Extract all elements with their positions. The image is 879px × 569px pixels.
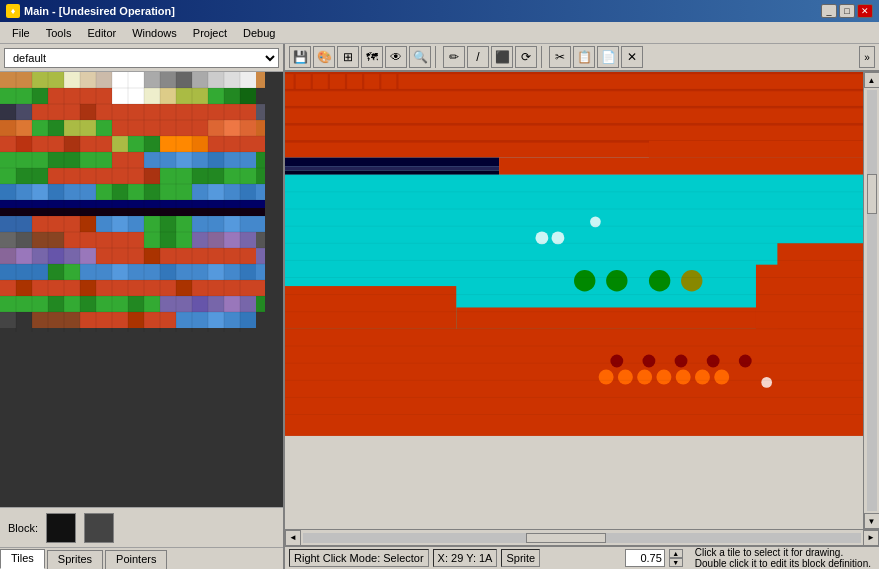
zoom-spinner[interactable]: ▲ ▼: [669, 549, 683, 567]
level-canvas[interactable]: [285, 72, 863, 529]
svg-rect-111: [224, 168, 240, 184]
svg-rect-5: [64, 72, 80, 88]
svg-rect-142: [144, 216, 160, 232]
zoom-input[interactable]: [625, 549, 665, 567]
close-button[interactable]: ✕: [857, 4, 873, 18]
svg-rect-41: [112, 104, 128, 120]
svg-rect-78: [160, 136, 176, 152]
vertical-scrollbar[interactable]: ▲ ▼: [863, 72, 879, 529]
svg-rect-293: [285, 286, 456, 329]
block-swatch-2[interactable]: [84, 513, 114, 543]
svg-rect-213: [240, 280, 256, 296]
menu-debug[interactable]: Debug: [235, 25, 283, 41]
menu-editor[interactable]: Editor: [79, 25, 124, 41]
toolbar-fill[interactable]: ⬛: [491, 46, 513, 68]
svg-rect-52: [16, 120, 32, 136]
toolbar-line[interactable]: /: [467, 46, 489, 68]
svg-rect-70: [32, 136, 48, 152]
toolbar-save[interactable]: 💾: [289, 46, 311, 68]
svg-rect-91: [176, 152, 192, 168]
svg-rect-296: [756, 265, 863, 329]
menu-bar: File Tools Editor Windows Project Debug: [0, 22, 879, 44]
svg-rect-119: [80, 184, 96, 200]
svg-rect-126: [192, 184, 208, 200]
svg-point-299: [649, 270, 670, 291]
svg-rect-157: [128, 232, 144, 248]
menu-windows[interactable]: Windows: [124, 25, 185, 41]
menu-project[interactable]: Project: [185, 25, 235, 41]
menu-tools[interactable]: Tools: [38, 25, 80, 41]
svg-rect-20: [48, 88, 64, 104]
svg-rect-160: [176, 232, 192, 248]
svg-rect-181: [240, 248, 256, 264]
svg-rect-55: [64, 120, 80, 136]
svg-rect-151: [16, 232, 32, 248]
svg-rect-275: [285, 89, 863, 91]
horizontal-scrollbar[interactable]: ◄ ►: [285, 529, 879, 545]
svg-rect-237: [160, 312, 176, 328]
svg-rect-227: [240, 296, 256, 312]
toolbar-view[interactable]: 👁: [385, 46, 407, 68]
scroll-down-button[interactable]: ▼: [864, 513, 880, 529]
svg-rect-195: [224, 264, 240, 280]
scroll-up-button[interactable]: ▲: [864, 72, 880, 88]
svg-rect-205: [112, 280, 128, 296]
toolbar-expand[interactable]: »: [859, 46, 875, 68]
svg-rect-58: [112, 120, 128, 136]
toolbar-paste[interactable]: 📄: [597, 46, 619, 68]
menu-file[interactable]: File: [4, 25, 38, 41]
svg-rect-146: [208, 216, 224, 232]
svg-rect-60: [144, 120, 160, 136]
svg-rect-73: [80, 136, 96, 152]
tileset-dropdown[interactable]: default: [4, 48, 279, 68]
svg-rect-65: [224, 120, 240, 136]
svg-rect-198: [0, 280, 16, 296]
v-scroll-thumb[interactable]: [867, 174, 877, 214]
toolbar-copy[interactable]: 📋: [573, 46, 595, 68]
svg-rect-166: [0, 248, 16, 264]
tab-sprites[interactable]: Sprites: [47, 550, 103, 569]
toolbar-map[interactable]: 🗺: [361, 46, 383, 68]
toolbar-paint[interactable]: 🎨: [313, 46, 335, 68]
svg-rect-159: [160, 232, 176, 248]
scroll-right-button[interactable]: ►: [863, 530, 879, 546]
h-scroll-thumb[interactable]: [526, 533, 606, 543]
block-swatch-1[interactable]: [46, 513, 76, 543]
svg-rect-2: [16, 72, 32, 88]
toolbar-grid[interactable]: ⊞: [337, 46, 359, 68]
toolbar-delete[interactable]: ✕: [621, 46, 643, 68]
svg-rect-167: [16, 248, 32, 264]
svg-rect-233: [96, 312, 112, 328]
maximize-button[interactable]: □: [839, 4, 855, 18]
minimize-button[interactable]: _: [821, 4, 837, 18]
toolbar-rotate[interactable]: ⟳: [515, 46, 537, 68]
scroll-left-button[interactable]: ◄: [285, 530, 301, 546]
svg-rect-25: [128, 88, 144, 104]
h-scroll-track[interactable]: [303, 533, 861, 543]
svg-rect-28: [176, 88, 192, 104]
svg-rect-15: [224, 72, 240, 88]
svg-rect-144: [176, 216, 192, 232]
tab-pointers[interactable]: Pointers: [105, 550, 167, 569]
right-panel: 💾 🎨 ⊞ 🗺 👁 🔍 ✏ / ⬛ ⟳ ✂ 📋 📄 ✕ »: [285, 44, 879, 569]
svg-rect-100: [48, 168, 64, 184]
svg-rect-26: [144, 88, 160, 104]
toolbar-zoom[interactable]: 🔍: [409, 46, 431, 68]
level-svg: [285, 72, 863, 529]
svg-rect-16: [240, 72, 256, 88]
svg-rect-85: [0, 152, 48, 168]
toolbar-cut[interactable]: ✂: [549, 46, 571, 68]
right-click-mode: Right Click Mode: Selector: [289, 549, 429, 567]
v-scroll-track[interactable]: [867, 90, 877, 511]
svg-rect-158: [144, 232, 160, 248]
svg-point-300: [681, 270, 702, 291]
svg-rect-3: [32, 72, 48, 88]
tile-viewer[interactable]: [0, 72, 283, 507]
zoom-down-button[interactable]: ▼: [669, 558, 683, 567]
tab-tiles[interactable]: Tiles: [0, 549, 45, 569]
zoom-up-button[interactable]: ▲: [669, 549, 683, 558]
toolbar-pencil[interactable]: ✏: [443, 46, 465, 68]
svg-rect-118: [64, 184, 80, 200]
svg-rect-155: [96, 232, 112, 248]
svg-rect-184: [48, 264, 64, 280]
